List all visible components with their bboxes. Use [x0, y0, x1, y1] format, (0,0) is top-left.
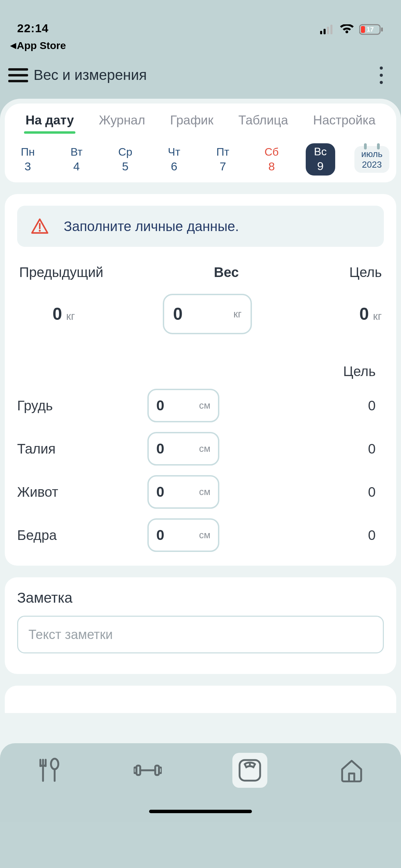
meas-input-waist[interactable]: 0см: [147, 432, 219, 466]
meas-row-belly: Живот 0см 0: [17, 475, 384, 509]
goal-label: Цель: [349, 265, 382, 280]
meas-label: Бедра: [17, 528, 147, 543]
tab-journal[interactable]: Журнал: [99, 113, 145, 133]
page-title: Вес и измерения: [34, 67, 147, 83]
svg-rect-6: [381, 27, 383, 32]
meas-goal: 0: [219, 398, 384, 413]
month-picker[interactable]: июль 2023: [354, 146, 389, 173]
meas-row-chest: Грудь 0см 0: [17, 389, 384, 422]
bottom-tabbar: [0, 743, 401, 822]
wifi-icon: [339, 24, 354, 35]
day-mon[interactable]: Пн3: [13, 146, 42, 173]
back-triangle-icon: ◀: [10, 41, 16, 50]
week-days: Пн3 Вт4 Ср5 Чт6 Пт7 Сб8 Вс9 июль 2023: [5, 133, 396, 176]
day-fri[interactable]: Пт7: [208, 146, 238, 173]
battery-icon: 17: [359, 24, 384, 35]
svg-rect-0: [320, 31, 322, 34]
app-header: Вес и измерения: [0, 58, 401, 99]
measurements-goal-header: Цель: [17, 364, 384, 379]
svg-rect-3: [330, 25, 332, 34]
svg-rect-14: [159, 768, 162, 773]
svg-text:17: 17: [366, 26, 374, 33]
home-indicator[interactable]: [149, 810, 252, 813]
meas-label: Живот: [17, 484, 147, 500]
weight-card: Заполните личные данные. Предыдущий Вес …: [5, 194, 396, 566]
next-card-peek: [5, 686, 396, 713]
calendar-ring-icon: [377, 143, 380, 149]
fork-spoon-icon: [37, 758, 62, 783]
meas-row-hips: Бедра 0см 0: [17, 518, 384, 552]
meas-label: Грудь: [17, 398, 147, 413]
day-sun-selected[interactable]: Вс9: [306, 143, 335, 176]
menu-button[interactable]: [8, 67, 29, 83]
day-wed[interactable]: Ср5: [111, 146, 140, 173]
meas-row-waist: Талия 0см 0: [17, 432, 384, 466]
tab-by-date[interactable]: На дату: [25, 113, 74, 133]
tab-settings[interactable]: Настройка: [313, 113, 375, 133]
prev-weight: 0 кг: [19, 304, 108, 324]
svg-rect-2: [327, 27, 329, 34]
tab-food[interactable]: [35, 756, 63, 784]
svg-rect-13: [134, 768, 136, 773]
day-thu[interactable]: Чт6: [159, 146, 189, 173]
banner-text: Заполните личные данные.: [64, 219, 239, 234]
view-tabs: На дату Журнал График Таблица Настройка: [5, 113, 396, 133]
meas-label: Талия: [17, 441, 147, 457]
goal-weight: 0 кг: [306, 304, 382, 324]
fill-profile-banner[interactable]: Заполните личные данные.: [17, 206, 384, 247]
more-button[interactable]: [374, 63, 388, 87]
status-time: 22:14: [17, 22, 49, 35]
home-icon: [339, 758, 364, 783]
weight-headers: Предыдущий Вес Цель: [17, 265, 384, 280]
svg-point-10: [51, 759, 58, 769]
dumbbell-icon: [134, 761, 162, 780]
status-bar: 22:14 17: [0, 0, 401, 38]
day-sat[interactable]: Сб8: [257, 146, 286, 173]
calendar-ring-icon: [364, 143, 367, 149]
content: На дату Журнал График Таблица Настройка …: [0, 99, 401, 822]
meas-goal: 0: [219, 484, 384, 500]
prev-label: Предыдущий: [19, 265, 103, 280]
note-input[interactable]: Текст заметки: [17, 616, 384, 653]
weight-values: 0 кг 0 кг 0 кг: [17, 294, 384, 334]
meas-input-hips[interactable]: 0см: [147, 518, 219, 552]
cellular-icon: [320, 25, 335, 34]
tab-table[interactable]: Таблица: [239, 113, 288, 133]
back-label: App Store: [17, 40, 66, 51]
day-tue[interactable]: Вт4: [62, 146, 91, 173]
note-title: Заметка: [17, 590, 384, 606]
tab-graph[interactable]: График: [170, 113, 213, 133]
svg-rect-5: [361, 26, 365, 33]
note-card: Заметка Текст заметки: [5, 577, 396, 674]
tab-home[interactable]: [338, 756, 366, 784]
meas-input-belly[interactable]: 0см: [147, 475, 219, 509]
weight-input[interactable]: 0 кг: [163, 294, 252, 334]
tabs-panel: На дату Журнал График Таблица Настройка …: [5, 104, 396, 182]
tab-workout[interactable]: [134, 756, 162, 784]
meas-input-chest[interactable]: 0см: [147, 389, 219, 422]
svg-point-9: [39, 230, 41, 232]
meas-goal: 0: [219, 528, 384, 543]
tab-weight-active[interactable]: [232, 753, 267, 788]
note-placeholder: Текст заметки: [28, 627, 113, 642]
meas-goal: 0: [219, 441, 384, 457]
scale-icon: [238, 758, 262, 783]
svg-rect-1: [324, 29, 326, 34]
warning-icon: [31, 217, 49, 235]
back-to-appstore[interactable]: ◀ App Store: [0, 38, 401, 58]
weight-label: Вес: [214, 265, 239, 280]
status-right: 17: [320, 24, 384, 35]
